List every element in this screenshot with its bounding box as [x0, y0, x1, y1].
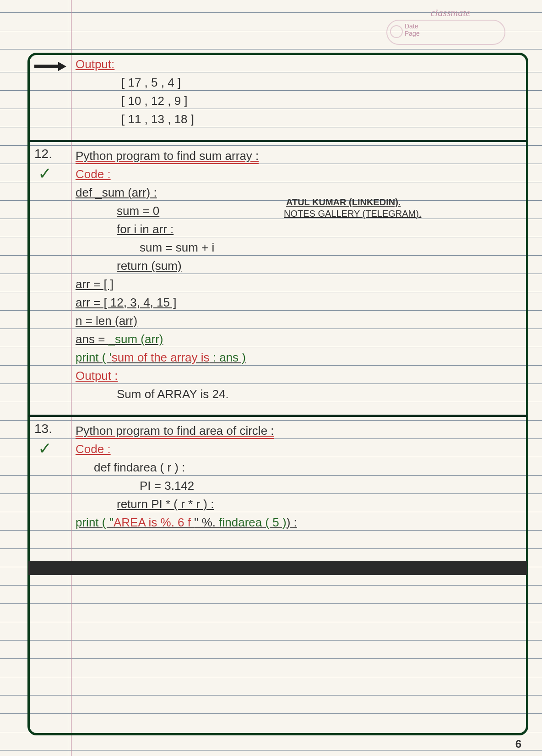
- q12-output-value: Sum of ARRAY is 24.: [76, 385, 519, 403]
- notebook-page: classmate Date Page 12. ✓ 13. ✓ Output: …: [0, 0, 542, 756]
- brand-circle-decoration: [390, 25, 403, 38]
- arrow-icon: [34, 62, 66, 71]
- q12-code-line-7: arr = [ 12, 3, 4, 15 ]: [76, 293, 519, 312]
- output-row-2: [ 10 , 12 , 9 ]: [76, 92, 519, 110]
- q13-l4c: " %.: [194, 515, 219, 529]
- q12-code-line-9: ans = _sum (arr): [76, 330, 519, 348]
- q12-l10b: sum of the array is: [112, 351, 210, 364]
- q13-title: Python program to find area of circle :: [76, 423, 274, 439]
- output-row-3: [ 11 , 13 , 18 ]: [76, 110, 519, 128]
- q12-code-line-6: arr = [ ]: [76, 275, 519, 293]
- q13-code-label: Code :: [76, 440, 519, 458]
- q12-code-label: Code :: [76, 165, 519, 183]
- q12-code-line-4: sum = sum + i: [76, 238, 519, 257]
- output-row-1: [ 17 , 5 , 4 ]: [76, 73, 519, 92]
- q12-code-line-8: n = len (arr): [76, 312, 519, 330]
- section-divider-bold: [28, 561, 527, 575]
- q13-l4e: ) :: [287, 515, 297, 529]
- author-credit-1: ATUL KUMAR (LINKEDIN).: [286, 197, 401, 208]
- q12-l9a: ans =: [76, 332, 108, 346]
- q12-l10a: print ( ': [76, 351, 112, 364]
- q12-output-label: Output :: [76, 367, 519, 385]
- q12-code-line-5: return (sum): [76, 257, 519, 275]
- page-number: 6: [515, 738, 521, 751]
- q12-l9b: _sum (arr): [108, 332, 163, 346]
- question-number-12: 12.: [34, 147, 52, 161]
- q13-code-line-2: PI = 3.142: [76, 477, 519, 495]
- output-label: Output:: [76, 55, 519, 73]
- section-divider-2: [28, 415, 527, 417]
- q12-title-row: Python program to find sum array :: [76, 147, 519, 165]
- section-divider-1: [28, 140, 527, 142]
- q12-l10c: : ans ): [210, 351, 246, 364]
- q12-title: Python program to find sum array :: [76, 148, 259, 164]
- q13-l4d: findarea ( 5 ): [219, 515, 286, 529]
- page-content: Output: [ 17 , 5 , 4 ] [ 10 , 12 , 9 ] […: [76, 55, 519, 531]
- q12-code-line-10: print ( 'sum of the array is : ans ): [76, 348, 519, 367]
- checkmark-icon: ✓: [38, 439, 52, 458]
- q13-code-line-1: def findarea ( r ) :: [76, 458, 519, 477]
- q13-title-row: Python program to find area of circle :: [76, 422, 519, 440]
- notebook-brand-header: classmate Date Page: [386, 7, 515, 46]
- brand-name: classmate: [386, 7, 515, 19]
- q13-code-line-4: print ( "AREA is %. 6 f " %. findarea ( …: [76, 513, 519, 531]
- q13-l4a: print ( ": [76, 515, 114, 529]
- q13-l4b: AREA is %. 6 f: [114, 515, 194, 529]
- question-number-13: 13.: [34, 422, 52, 436]
- q12-code-line-3: for i in arr :: [76, 220, 519, 238]
- q13-code-line-3: return PI * ( r * r ) :: [76, 495, 519, 513]
- spacer: [76, 128, 519, 147]
- spacer: [76, 403, 519, 422]
- author-credit-2: NOTES GALLERY (TELEGRAM).: [284, 208, 421, 219]
- checkmark-icon: ✓: [38, 164, 52, 183]
- brand-decoration: [386, 20, 505, 45]
